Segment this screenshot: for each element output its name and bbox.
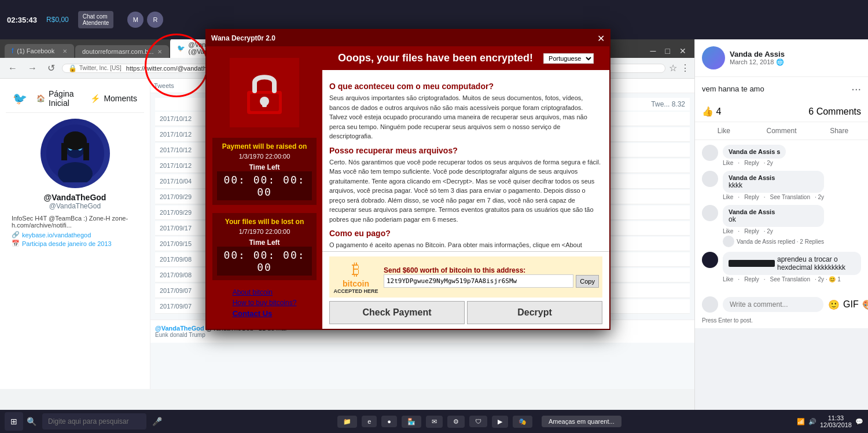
send-label: Send $600 worth of bitcoin to this addre…: [384, 266, 599, 274]
moments-icon: ⚡: [90, 94, 100, 103]
comment-count: 6 Comments: [808, 107, 861, 117]
emoji-gif[interactable]: GIF: [843, 299, 859, 310]
wannacry-close-button[interactable]: ✕: [597, 33, 605, 44]
start-button[interactable]: ⊞: [5, 412, 23, 431]
files-lost-box: Your files will be lost on 1/7/1970 22:0…: [212, 213, 317, 280]
globe-icon: 🌐: [776, 58, 784, 65]
reaction-icons: 👍 4: [702, 106, 721, 117]
browser-maximize[interactable]: □: [662, 45, 674, 57]
fb-comment-body: Vanda de Assis ok: [723, 205, 824, 227]
taskbar-edge[interactable]: e: [362, 416, 377, 427]
profile-avatar: [41, 119, 110, 188]
browser-close[interactable]: ✕: [676, 45, 690, 57]
volume-icon[interactable]: 🔊: [808, 418, 816, 425]
bitcoin-logo-area: ₿ bitcoin ACCEPTED HERE: [333, 260, 379, 294]
section3-title: Como eu pago?: [329, 229, 602, 238]
taskbar-media[interactable]: ▶: [492, 416, 508, 428]
user-avatar-r: R: [147, 12, 163, 28]
tab-facebook[interactable]: f (1) Facebook ✕: [5, 44, 74, 58]
fb-like-button[interactable]: Like: [695, 122, 753, 140]
countdown2: 00: 00: 00: 00: [217, 247, 312, 276]
fb-user-name[interactable]: Vanda de Assis: [730, 50, 785, 58]
wannacry-links: About bitcoin How to buy bitcoins? Conta…: [233, 285, 297, 318]
taskbar-chrome[interactable]: ●: [381, 416, 397, 427]
fb-comment-actions: Like·Reply·See Translation· 2y: [723, 194, 824, 200]
fb-comment-actions: Like·Reply· 2y: [723, 160, 786, 166]
how-to-buy-link[interactable]: How to buy bitcoins?: [233, 299, 297, 307]
fb-commenter-avatar: [702, 171, 718, 187]
emoji-sticker[interactable]: 🎨: [862, 299, 868, 310]
taskbar-store[interactable]: 🏪: [402, 416, 421, 428]
taskbar-search-input[interactable]: [42, 413, 146, 430]
taskbar-clock: 11:33 12/03/2018: [820, 414, 852, 428]
ssl-label: Twitter, Inc. [US]: [79, 65, 122, 71]
fb-comments-section: Vanda de Assis s Like·Reply· 2y Vanda de…: [695, 140, 868, 292]
tweet-text-preview: Eunk donald Trump: [155, 332, 690, 338]
contact-us-link[interactable]: Contact Us: [233, 309, 297, 318]
emoji-smiley[interactable]: 🙂: [828, 299, 840, 310]
fb-comment: Vanda de Assis kkkk Like·Reply·See Trans…: [702, 171, 861, 200]
profile-link2: 📅 Participa desde janeiro de 2013: [12, 240, 138, 247]
about-bitcoin-link[interactable]: About bitcoin: [233, 288, 297, 296]
tweet-user-handle: @VandaTheGod: [155, 325, 204, 332]
language-select[interactable]: Portuguese: [543, 53, 594, 64]
fb-comment-button[interactable]: Comment: [753, 122, 811, 140]
wannacry-titlebar: Wana Decrypt0r 2.0 ✕: [207, 30, 609, 46]
bitcoin-accepted-label: ACCEPTED HERE: [333, 288, 378, 294]
twitter-logo: 🐦: [13, 91, 27, 105]
twitter-header: 🐦 🏠 Página Inicial ⚡ Moments: [6, 85, 144, 113]
decrypt-button[interactable]: Decrypt: [467, 301, 602, 324]
fb-comment-input[interactable]: [723, 297, 823, 312]
fb-post-text: vem hanna te amo: [702, 84, 861, 94]
fb-comment-body: Vanda de Assis s: [723, 145, 786, 159]
wannacry-main-title-bar: Ooops, your files have been encrypted! P…: [322, 46, 609, 70]
payment-raised-date: 1/3/1970 22:00:00: [217, 153, 312, 160]
browser-minimize[interactable]: ─: [647, 45, 660, 57]
twitter-sidebar: 🐦 🏠 Página Inicial ⚡ Moments: [0, 79, 150, 389]
back-button[interactable]: ←: [5, 62, 21, 75]
forward-button[interactable]: →: [24, 62, 41, 75]
more-icon[interactable]: ⋮: [681, 63, 690, 74]
svg-rect-8: [83, 143, 89, 160]
reload-button[interactable]: ↺: [44, 61, 58, 75]
wannacry-right-panel: Ooops, your files have been encrypted! P…: [322, 46, 609, 329]
fb-poster-info: Vanda de Assis March 12, 2018 🌐: [730, 50, 785, 66]
taskbar-unknown[interactable]: 🎭: [513, 416, 532, 428]
taskbar-settings[interactable]: ⚙: [447, 416, 465, 428]
action-buttons: Check Payment Decrypt: [329, 301, 602, 324]
search-icon[interactable]: 🔍: [27, 417, 36, 426]
nav-moments[interactable]: ⚡ Moments: [90, 94, 137, 103]
profile-handle: @VandaTheGod: [12, 202, 138, 210]
taskbar-shield[interactable]: 🛡: [469, 416, 487, 427]
lock-icon: [238, 67, 290, 119]
twitter-tab-icon: 🐦: [177, 45, 185, 52]
currency-display: R$0,00: [46, 16, 69, 24]
profile-bio: InfoSec H4T @TeamBca :) Zone-H zone-h.co…: [12, 215, 138, 229]
copy-button[interactable]: Copy: [576, 275, 599, 288]
taskbar-mail[interactable]: ✉: [426, 416, 443, 428]
tab-doctor[interactable]: doutorreformasrr.com.b... ✕: [75, 45, 169, 58]
taskbar-notification[interactable]: Ameaças em quarent...: [542, 416, 621, 427]
btc-address-input[interactable]: [384, 274, 573, 288]
chat-button[interactable]: Chat comAtendente: [78, 11, 114, 28]
fb-commenter-avatar: [702, 205, 718, 221]
taskbar: ⊞ 🔍 🎤 📁 e ● 🏪 ✉ ⚙ 🛡 ▶ 🎭 Ameaças em quare…: [0, 410, 868, 433]
section2-text: Certo. Nós garantimos que você pode recu…: [329, 157, 602, 225]
taskbar-file-explorer[interactable]: 📁: [337, 416, 357, 428]
microphone-icon[interactable]: 🎤: [152, 417, 162, 426]
tab-close-doctor[interactable]: ✕: [157, 49, 162, 55]
nav-home[interactable]: 🏠 Página Inicial: [36, 89, 81, 108]
fb-more-options[interactable]: ···: [851, 82, 861, 96]
fb-share-button[interactable]: Share: [810, 122, 868, 140]
user-avatar-m: M: [127, 12, 144, 28]
tab-close-facebook[interactable]: ✕: [62, 48, 67, 54]
fb-comment-content: aprendeu a trocar o hexdecimal kkkkkkkkk…: [723, 252, 861, 282]
notification-center-icon[interactable]: 💬: [855, 418, 863, 425]
profile-link1[interactable]: 🔗 keybase.io/vandathegod: [12, 231, 138, 238]
link-icon: 🔗: [12, 231, 20, 238]
wannacry-left-panel: Payment will be raised on 1/3/1970 22:00…: [207, 46, 322, 329]
bookmark-icon[interactable]: ☆: [669, 63, 677, 74]
time-left-label: Time Left: [217, 163, 312, 171]
check-payment-button[interactable]: Check Payment: [329, 301, 465, 324]
fb-comment-body: aprendeu a trocar o hexdecimal kkkkkkkkk: [723, 252, 861, 275]
